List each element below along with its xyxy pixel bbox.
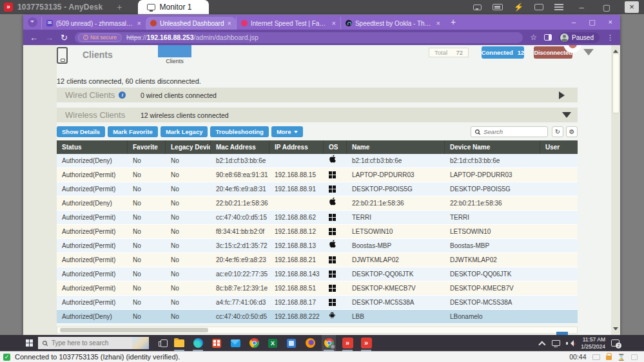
- address-bar[interactable]: ! Not secure https://192.168.88.253/admi…: [75, 32, 523, 43]
- anydesk-taskbar-button[interactable]: »: [340, 335, 355, 351]
- speedtest-favicon: [346, 20, 352, 26]
- task-view-button[interactable]: [153, 335, 168, 351]
- anydesk-monitor-tab[interactable]: Monitor 1: [138, 0, 209, 14]
- scroll-up-arrow-icon[interactable]: [613, 47, 618, 53]
- info-icon[interactable]: i: [119, 91, 126, 99]
- table-row[interactable]: Authorized(Deny) No No b2:1d:cf:b3:bb:6e…: [57, 154, 578, 168]
- file-explorer-button[interactable]: [172, 335, 186, 351]
- not-secure-badge[interactable]: ! Not secure: [78, 33, 122, 42]
- display-settings-icon[interactable]: [534, 4, 543, 10]
- table-row[interactable]: Authorized(Permit) No No 20:4e:f6:e9:a8:…: [57, 182, 578, 196]
- window-maximize-button[interactable]: ▢: [600, 3, 614, 12]
- cell-name: DESKTOP-MC5S38A: [347, 296, 445, 309]
- chrome-button[interactable]: [247, 335, 261, 351]
- anydesk-taskbar-button-2[interactable]: »: [359, 335, 373, 351]
- notification-center-icon[interactable]: 2: [611, 339, 620, 347]
- table-row[interactable]: Authorized(Deny) No No cc:47:40:c0:50:d5…: [57, 310, 578, 324]
- reload-button[interactable]: ↻: [61, 33, 68, 42]
- keyboard-icon[interactable]: [493, 4, 503, 10]
- clients-phone-icon: [57, 47, 68, 64]
- cell-mac-address: 20:4e:f6:e9:a8:23: [211, 253, 269, 267]
- table-row[interactable]: Authorized(Permit) No No a4:fc:77:41:06:…: [57, 296, 578, 310]
- taskbar-search-input[interactable]: [52, 339, 122, 347]
- window-minimize-button[interactable]: –: [574, 3, 589, 12]
- mark-favorite-button[interactable]: Mark Favorite: [108, 126, 158, 137]
- store-button[interactable]: [210, 335, 224, 351]
- chrome-active-button[interactable]: [322, 335, 336, 351]
- client-search-box[interactable]: [471, 126, 548, 137]
- cell-favorite: No: [128, 196, 166, 210]
- cell-favorite: No: [128, 253, 166, 267]
- cell-name: LAPTOP-DPDURR03: [347, 168, 445, 182]
- taskbar-clock[interactable]: 11:57 AM 1/25/2024: [581, 336, 605, 350]
- anydesk-new-session-button[interactable]: +: [117, 2, 122, 12]
- show-details-button[interactable]: Show Details: [57, 126, 105, 137]
- connected-filter-button[interactable]: Connected 12: [482, 46, 524, 59]
- taskbar-search-box[interactable]: [38, 337, 149, 349]
- vertical-scrollbar-thumb[interactable]: [612, 53, 620, 113]
- collapse-caret-icon[interactable]: [562, 112, 571, 122]
- side-panel-icon[interactable]: [544, 34, 552, 41]
- tab-close-icon[interactable]: ×: [436, 19, 440, 27]
- cell-ip-address: 192.168.88.17: [269, 296, 324, 309]
- tab-close-icon[interactable]: ×: [228, 19, 231, 27]
- tab-close-icon[interactable]: ×: [332, 19, 336, 27]
- horizontal-scrollbar[interactable]: [57, 327, 578, 334]
- troubleshooting-button[interactable]: Troubleshooting: [210, 126, 268, 137]
- photos-button[interactable]: [284, 335, 298, 351]
- network-icon[interactable]: [552, 340, 560, 346]
- excel-button[interactable]: X: [266, 335, 280, 351]
- table-row[interactable]: Authorized(Deny) No No 22:b0:21:1e:58:36…: [57, 196, 578, 211]
- tab-search-button[interactable]: [28, 17, 37, 27]
- table-row[interactable]: Authorized(Permit) No No 20:4e:f6:e9:a8:…: [57, 253, 578, 267]
- actions-lightning-icon[interactable]: ⚡: [514, 3, 523, 11]
- table-settings-gear-button[interactable]: ⚙: [566, 126, 578, 137]
- tab-unleashed-dashboard[interactable]: Unleashed Dashboard ×: [146, 17, 236, 30]
- tab-fast-com[interactable]: Internet Speed Test | Fast.com ×: [236, 17, 340, 30]
- edge-button[interactable]: [191, 335, 205, 351]
- volume-muted-icon[interactable]: ×: [566, 340, 575, 347]
- table-row[interactable]: Authorized(Permit) No No 90:e8:68:ea:91:…: [57, 168, 578, 182]
- cell-os: [324, 296, 347, 309]
- search-input[interactable]: [483, 128, 539, 135]
- browser-menu-icon[interactable]: ⋮: [607, 33, 614, 42]
- firefox-button[interactable]: [303, 335, 317, 351]
- wired-clients-panel[interactable]: Wired Clients i 0 wired clients connecte…: [57, 88, 578, 102]
- forward-button[interactable]: →: [45, 33, 54, 42]
- cell-favorite: No: [128, 296, 166, 309]
- table-row[interactable]: Authorized(Permit) No No ac:e0:10:22:77:…: [57, 267, 578, 281]
- browser-minimize-button[interactable]: –: [572, 18, 576, 26]
- chat-icon[interactable]: [473, 5, 482, 10]
- mark-legacy-button[interactable]: Mark Legacy: [161, 126, 208, 137]
- hamburger-menu-icon[interactable]: [554, 4, 563, 10]
- table-row[interactable]: Authorized(Permit) No No 3c:15:c2:d1:35:…: [57, 239, 578, 253]
- table-row[interactable]: Authorized(Permit) No No 8c:b8:7e:12:39:…: [57, 281, 578, 296]
- tab-close-icon[interactable]: ×: [137, 19, 141, 27]
- mail-button[interactable]: [228, 335, 242, 351]
- tray-expand-chevron-icon[interactable]: [538, 341, 545, 348]
- refresh-button[interactable]: ↻: [552, 126, 563, 137]
- tab-speedtest-ookla[interactable]: Speedtest by Ookla - The Glob ×: [340, 17, 445, 30]
- scroll-down-arrow-icon[interactable]: [613, 327, 618, 333]
- table-row[interactable]: Authorized(Permit) No No cc:47:40:c0:d5:…: [57, 211, 578, 225]
- vertical-scrollbar[interactable]: [611, 45, 620, 335]
- profile-button[interactable]: Paused: [559, 32, 600, 43]
- chrome-icon: [249, 338, 259, 348]
- back-button[interactable]: ←: [30, 33, 38, 42]
- horizontal-scrollbar-thumb[interactable]: [60, 328, 208, 332]
- browser-close-button[interactable]: ×: [609, 18, 612, 26]
- table-row[interactable]: Authorized(Permit) No No f8:34:41:bb:b2:…: [57, 225, 578, 239]
- cell-status: Authorized(Permit): [57, 253, 128, 267]
- bookmark-star-icon[interactable]: ☆: [530, 33, 537, 42]
- start-button[interactable]: [26, 339, 33, 347]
- tab-yahoo-mail[interactable]: ✉ (509 unread) - zhnmasala@yah ×: [41, 17, 146, 30]
- window-close-button[interactable]: ×: [625, 1, 639, 13]
- connection-status-text: Connected to 1037753135 (Izhani) (identi…: [15, 353, 180, 361]
- browser-maximize-button[interactable]: ▢: [589, 18, 595, 26]
- collapse-section-caret[interactable]: [583, 49, 594, 61]
- file-explorer-icon: [174, 339, 184, 347]
- expand-caret-icon[interactable]: [559, 91, 569, 99]
- new-tab-button[interactable]: +: [451, 17, 456, 27]
- more-button[interactable]: More: [271, 126, 303, 137]
- wireless-clients-panel[interactable]: Wireless Clients 12 wireless clients con…: [57, 108, 578, 122]
